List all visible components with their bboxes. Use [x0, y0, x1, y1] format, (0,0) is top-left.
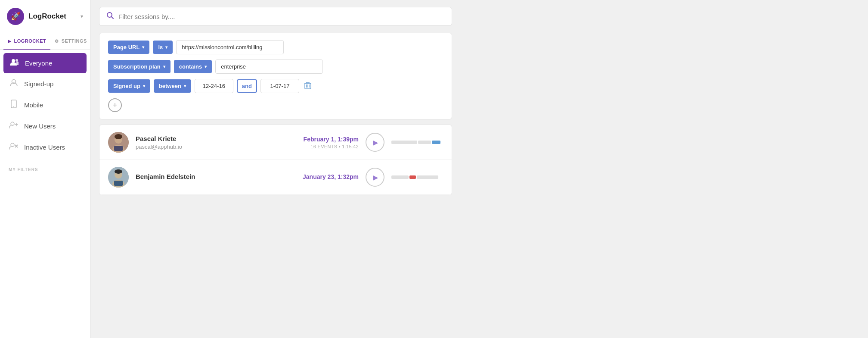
sidebar-nav: Everyone Signed-up Mobile — [0, 50, 90, 161]
search-icon — [106, 12, 114, 21]
filter-row-3: Signed up ▾ between ▾ and — [108, 79, 443, 93]
filter-field-subscription-label: Subscription plan — [113, 63, 161, 70]
filter-value-url[interactable] — [176, 40, 284, 54]
add-filter-button[interactable]: + — [108, 98, 122, 112]
sidebar-item-new-users[interactable]: New Users — [0, 116, 90, 137]
mobile-icon — [9, 100, 19, 110]
session-date-pascal: February 1, 1:39pm — [290, 136, 359, 143]
avatar-benjamin — [108, 167, 129, 188]
bar-segment-3 — [432, 141, 440, 144]
my-filters-title: MY FILTERS — [0, 161, 90, 175]
subscription-chevron-icon: ▾ — [163, 64, 165, 69]
settings-tab-icon: ⚙ — [55, 39, 59, 44]
filter-op-between[interactable]: between ▾ — [154, 79, 191, 93]
sidebar-header[interactable]: 🚀 LogRocket ▾ — [0, 0, 90, 33]
bar-segment-b1 — [391, 175, 409, 179]
search-bar — [99, 7, 452, 26]
svg-point-0 — [12, 59, 15, 63]
session-info-pascal: Pascal Kriete pascal@apphub.io — [136, 135, 283, 150]
session-info-benjamin: Benjamin Edelstein — [136, 173, 283, 182]
logrocket-tab-label: LOGROCKET — [14, 38, 46, 44]
bar-segment-2 — [418, 141, 431, 144]
session-email-pascal: pascal@apphub.io — [136, 144, 283, 150]
filter-op-is-label: is — [158, 44, 163, 50]
plus-icon: + — [113, 101, 118, 110]
svg-line-12 — [112, 17, 114, 19]
session-name-pascal: Pascal Kriete — [136, 135, 283, 142]
bar-segment-b2 — [409, 175, 416, 179]
new-users-icon — [9, 121, 19, 131]
svg-point-27 — [115, 169, 122, 174]
logrocket-tab-icon: ▶ — [8, 39, 12, 44]
svg-point-22 — [115, 134, 122, 139]
signed-up-label: Signed-up — [24, 80, 53, 88]
sidebar-tabs: ▶ LOGROCKET ⚙ SETTINGS — [0, 33, 90, 50]
filter-field-pageurl[interactable]: Page URL ▾ — [108, 41, 149, 54]
and-badge: and — [237, 79, 257, 93]
sidebar-item-signed-up[interactable]: Signed-up — [0, 73, 90, 94]
session-name-benjamin: Benjamin Edelstein — [136, 173, 283, 180]
session-item-benjamin: Benjamin Edelstein January 23, 1:32pm ▶ — [99, 160, 452, 195]
delete-filter-button[interactable] — [303, 80, 313, 93]
filter-field-signedup-label: Signed up — [113, 83, 140, 89]
bar-segment-1 — [391, 141, 417, 144]
filter-panel: Page URL ▾ is ▾ Subscription plan ▾ cont… — [99, 33, 452, 119]
sidebar-chevron-icon: ▾ — [81, 13, 83, 19]
everyone-label: Everyone — [25, 59, 52, 67]
sidebar-item-inactive-users[interactable]: Inactive Users — [0, 137, 90, 158]
mobile-label: Mobile — [24, 101, 43, 109]
filter-field-pageurl-label: Page URL — [113, 44, 140, 50]
main-scroll: Page URL ▾ is ▾ Subscription plan ▾ cont… — [90, 33, 868, 338]
filter-op-contains[interactable]: contains ▾ — [174, 60, 212, 73]
session-date-benjamin: January 23, 1:32pm — [290, 173, 359, 180]
sessions-panel: Pascal Kriete pascal@apphub.io February … — [99, 125, 452, 195]
main-content: Page URL ▾ is ▾ Subscription plan ▾ cont… — [90, 0, 868, 338]
signed-up-icon — [9, 78, 19, 89]
sidebar-item-mobile[interactable]: Mobile — [0, 94, 90, 116]
session-meta-pascal: 16 EVENTS • 1:15:42 — [290, 144, 359, 149]
inactive-users-icon — [9, 142, 19, 153]
signedup-chevron-icon: ▾ — [143, 84, 145, 88]
play-button-benjamin[interactable]: ▶ — [366, 168, 384, 187]
contains-chevron-icon: ▾ — [205, 64, 207, 69]
filter-row-2: Subscription plan ▾ contains ▾ — [108, 59, 443, 74]
filter-row-1: Page URL ▾ is ▾ — [108, 40, 443, 54]
avatar-pascal — [108, 132, 129, 153]
filter-value-subscription[interactable] — [215, 59, 323, 74]
pageurl-chevron-icon: ▾ — [142, 45, 144, 50]
play-icon-benjamin: ▶ — [373, 173, 378, 182]
session-bar-pascal — [391, 141, 443, 144]
search-wrapper — [90, 0, 868, 33]
sidebar-item-everyone[interactable]: Everyone — [3, 53, 87, 73]
filter-op-is[interactable]: is ▾ — [153, 41, 173, 54]
filter-date-from[interactable] — [195, 79, 233, 93]
session-bar-benjamin — [391, 175, 443, 179]
session-time-pascal: February 1, 1:39pm 16 EVENTS • 1:15:42 — [290, 136, 359, 149]
is-chevron-icon: ▾ — [165, 45, 167, 50]
session-item-pascal: Pascal Kriete pascal@apphub.io February … — [99, 125, 452, 160]
logo-icon: 🚀 — [11, 12, 20, 21]
filter-date-to[interactable] — [260, 79, 299, 93]
session-time-benjamin: January 23, 1:32pm — [290, 173, 359, 182]
new-users-label: New Users — [24, 122, 56, 130]
avatar-pascal-image — [108, 132, 129, 153]
logo-circle: 🚀 — [7, 8, 24, 25]
search-input[interactable] — [118, 13, 445, 20]
everyone-icon — [9, 58, 20, 68]
avatar-benjamin-image — [108, 167, 129, 188]
app-name: LogRocket — [28, 12, 81, 21]
play-button-pascal[interactable]: ▶ — [366, 133, 384, 152]
tab-logrocket[interactable]: ▶ LOGROCKET — [3, 33, 50, 50]
filter-op-contains-label: contains — [179, 63, 202, 70]
filter-field-subscription[interactable]: Subscription plan ▾ — [108, 60, 170, 73]
inactive-users-label: Inactive Users — [24, 144, 65, 151]
svg-rect-21 — [114, 146, 123, 151]
filter-field-signedup[interactable]: Signed up ▾ — [108, 79, 150, 93]
tab-settings[interactable]: ⚙ SETTINGS — [50, 33, 90, 50]
add-filter-row: + — [108, 98, 443, 112]
play-icon-pascal: ▶ — [373, 138, 378, 147]
bar-segment-b3 — [417, 175, 438, 179]
between-chevron-icon: ▾ — [184, 84, 186, 88]
svg-rect-26 — [114, 181, 123, 186]
svg-point-1 — [16, 59, 18, 62]
